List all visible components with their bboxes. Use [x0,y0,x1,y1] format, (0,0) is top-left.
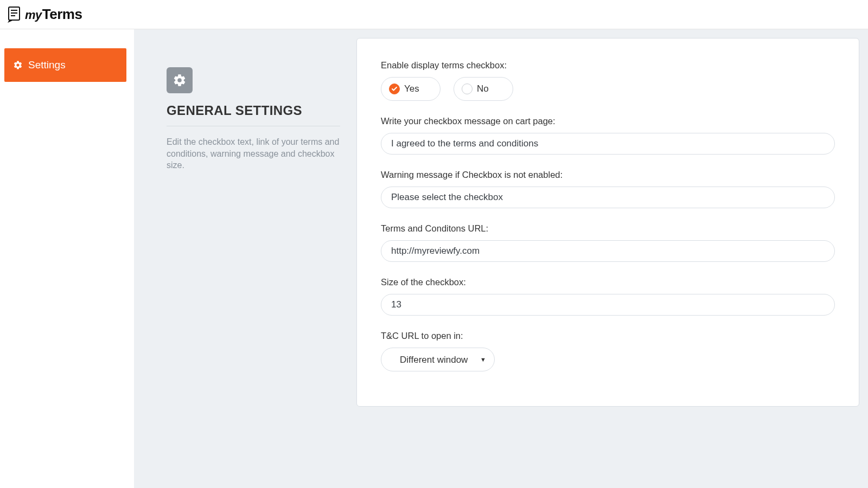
enable-radio-group: Yes No [381,77,835,101]
checkbox-size-input[interactable] [381,294,835,316]
sidebar-item-settings[interactable]: Settings [4,48,126,82]
checkbox-message-label: Write your checkbox message on cart page… [381,116,835,126]
app-logo: myTerms [8,6,82,23]
page-title: GENERAL SETTINGS [167,103,340,118]
checkbox-size-label: Size of the checkbox: [381,277,835,287]
app-header: myTerms [0,0,868,29]
enable-label: Enable display terms checkbox: [381,60,835,70]
radio-label: Yes [404,84,419,94]
checkbox-message-input[interactable] [381,133,835,155]
enable-option-yes[interactable]: Yes [381,77,441,101]
settings-card: Enable display terms checkbox: Yes No [356,38,859,407]
page-description: Edit the checkbox text, link of your ter… [167,136,340,171]
warning-label: Warning message if Checkbox is not enabl… [381,170,835,180]
logo-text: myTerms [25,6,82,23]
open-in-label: T&C URL to open in: [381,331,835,341]
intro-column: GENERAL SETTINGS Edit the checkbox text,… [167,38,356,479]
sidebar: Settings [0,29,134,488]
sidebar-item-label: Settings [28,59,66,71]
gear-icon [13,60,23,70]
check-icon [389,84,400,94]
gear-icon [167,67,193,93]
open-in-select[interactable]: Different window [381,348,495,371]
warning-input[interactable] [381,187,835,208]
radio-label: No [477,84,489,94]
terms-url-input[interactable] [381,240,835,262]
content-area: GENERAL SETTINGS Edit the checkbox text,… [134,29,868,488]
terms-url-label: Terms and Conditons URL: [381,223,835,234]
divider [167,126,340,126]
enable-option-no[interactable]: No [454,77,513,101]
radio-empty-icon [462,84,473,94]
document-icon [8,7,22,23]
